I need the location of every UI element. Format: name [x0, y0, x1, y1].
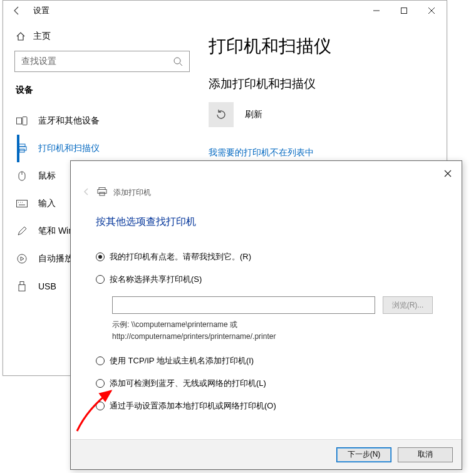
back-button[interactable]: [4, 1, 29, 21]
radio-label: 按名称选择共享打印机(S): [110, 274, 202, 285]
nav-label: 自动播放: [38, 253, 73, 264]
printer-icon: [16, 143, 28, 153]
radio-icon: [96, 356, 105, 365]
devices-icon: [16, 117, 28, 125]
svg-rect-4: [17, 118, 22, 124]
svg-rect-6: [19, 144, 25, 147]
section-title: 设备: [16, 85, 204, 96]
nav-label: 打印机和扫描仪: [38, 143, 100, 154]
nav-label: 输入: [38, 198, 56, 209]
svg-rect-5: [23, 117, 27, 125]
radio-label: 添加可检测到蓝牙、无线或网络的打印机(L): [110, 378, 266, 389]
mouse-icon: [16, 171, 28, 181]
printer-small-icon: [97, 187, 107, 198]
add-printer-dialog: 添加打印机 按其他选项查找打印机 我的打印机有点老。请帮我找到它。(R) 按名称…: [70, 160, 462, 470]
svg-rect-18: [19, 285, 25, 291]
next-button[interactable]: 下一步(N): [336, 447, 391, 462]
svg-line-3: [180, 63, 182, 66]
dialog-breadcrumb: 添加打印机: [71, 161, 462, 198]
nav-label: 鼠标: [38, 170, 56, 182]
svg-rect-7: [18, 147, 26, 150]
sidebar-item-printers[interactable]: 打印机和扫描仪: [14, 135, 204, 162]
cancel-button[interactable]: 取消: [398, 447, 453, 462]
home-icon: [16, 31, 26, 41]
refresh-label: 刷新: [245, 109, 262, 120]
browse-button[interactable]: 浏览(R)...: [383, 296, 433, 314]
dialog-title: 按其他选项查找打印机: [96, 216, 437, 229]
refresh-button[interactable]: [209, 102, 234, 127]
search-icon: [173, 56, 183, 66]
dialog-back-icon[interactable]: [82, 187, 91, 198]
nav-label: USB: [38, 281, 56, 291]
minimize-button[interactable]: [363, 1, 390, 21]
svg-rect-17: [20, 282, 24, 285]
autoplay-icon: [16, 254, 28, 264]
svg-rect-20: [98, 190, 106, 194]
printer-not-listed-link[interactable]: 我需要的打印机不在列表中: [209, 147, 440, 159]
radio-option-old-printer[interactable]: 我的打印机有点老。请帮我找到它。(R): [96, 251, 437, 262]
dialog-breadcrumb-label: 添加打印机: [113, 187, 151, 198]
home-link[interactable]: 主页: [14, 27, 204, 51]
radio-label: 使用 TCP/IP 地址或主机名添加打印机(I): [110, 355, 254, 366]
svg-point-16: [18, 254, 26, 263]
radio-option-tcpip[interactable]: 使用 TCP/IP 地址或主机名添加打印机(I): [96, 355, 437, 366]
usb-icon: [16, 281, 28, 291]
shared-printer-name-input[interactable]: [112, 296, 375, 314]
dialog-footer: 下一步(N) 取消: [71, 439, 462, 469]
home-label: 主页: [33, 31, 51, 42]
radio-icon: [96, 275, 105, 284]
pen-icon: [16, 226, 28, 236]
radio-label: 通过手动设置添加本地打印机或网络打印机(O): [110, 400, 276, 412]
dialog-close-button[interactable]: [439, 166, 457, 181]
example-text: 示例: \\computername\printername 或 http://…: [112, 319, 437, 343]
search-input[interactable]: 查找设置: [14, 51, 190, 72]
titlebar: 设置: [3, 1, 447, 21]
radio-option-bluetooth[interactable]: 添加可检测到蓝牙、无线或网络的打印机(L): [96, 378, 437, 389]
radio-option-manual[interactable]: 通过手动设置添加本地打印机或网络打印机(O): [96, 400, 437, 412]
sub-heading: 添加打印机和扫描仪: [209, 76, 440, 92]
refresh-icon: [215, 108, 227, 121]
radio-icon: [96, 379, 105, 388]
svg-rect-11: [17, 200, 28, 207]
page-heading: 打印机和扫描仪: [209, 34, 440, 58]
maximize-button[interactable]: [390, 1, 418, 21]
radio-icon: [96, 402, 105, 410]
radio-option-by-name[interactable]: 按名称选择共享打印机(S): [96, 274, 437, 285]
window-title: 设置: [33, 5, 49, 16]
search-placeholder: 查找设置: [21, 56, 173, 67]
radio-label: 我的打印机有点老。请帮我找到它。(R): [110, 251, 251, 262]
radio-icon: [96, 252, 105, 261]
nav-label: 蓝牙和其他设备: [38, 115, 100, 127]
svg-point-2: [174, 58, 180, 64]
keyboard-icon: [16, 200, 28, 207]
close-button[interactable]: [418, 1, 445, 21]
sidebar-item-bluetooth[interactable]: 蓝牙和其他设备: [14, 107, 204, 135]
svg-rect-21: [100, 192, 105, 195]
svg-rect-1: [401, 8, 407, 14]
